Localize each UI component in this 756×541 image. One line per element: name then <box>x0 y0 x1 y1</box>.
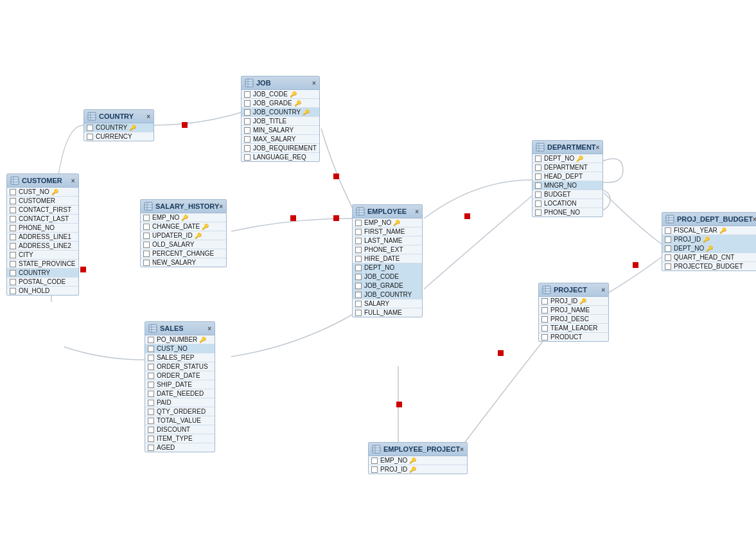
field-checkbox-customer-10[interactable] <box>10 279 16 285</box>
field-checkbox-project-3[interactable] <box>541 325 548 332</box>
table-close-customer[interactable]: × <box>71 177 75 184</box>
table-proj_dept_budget[interactable]: PROJ_DEPT_BUDGET×FISCAL_YEAR🔑PROJ_ID🔑DEP… <box>662 212 756 271</box>
field-checkbox-salary_history-5[interactable] <box>143 260 150 266</box>
field-checkbox-customer-11[interactable] <box>10 288 16 294</box>
field-checkbox-sales-0[interactable] <box>148 337 154 343</box>
table-close-project[interactable]: × <box>601 287 605 294</box>
field-checkbox-employee-9[interactable] <box>355 301 362 307</box>
field-row-employee-0: EMP_NO🔑 <box>353 218 422 227</box>
field-checkbox-department-3[interactable] <box>535 182 541 189</box>
field-checkbox-proj_dept_budget-1[interactable] <box>665 236 671 243</box>
table-close-salary_history[interactable]: × <box>219 203 223 210</box>
svg-rect-5 <box>464 213 470 219</box>
field-checkbox-customer-4[interactable] <box>10 225 16 231</box>
field-checkbox-sales-1[interactable] <box>148 346 154 352</box>
table-department[interactable]: DEPARTMENT×DEPT_NO🔑DEPARTMENTHEAD_DEPTMN… <box>532 140 603 217</box>
field-name-employee_project-0: EMP_NO <box>380 457 407 464</box>
field-checkbox-proj_dept_budget-3[interactable] <box>665 254 671 261</box>
table-close-employee_project[interactable]: × <box>460 446 464 453</box>
field-checkbox-job-6[interactable] <box>244 145 251 152</box>
field-checkbox-proj_dept_budget-0[interactable] <box>665 227 671 234</box>
field-checkbox-job-5[interactable] <box>244 136 251 143</box>
field-checkbox-sales-8[interactable] <box>148 409 154 415</box>
table-employee[interactable]: EMPLOYEE×EMP_NO🔑FIRST_NAMELAST_NAMEPHONE… <box>352 204 423 317</box>
table-close-job[interactable]: × <box>312 80 316 87</box>
field-checkbox-sales-11[interactable] <box>148 436 154 442</box>
field-checkbox-employee-6[interactable] <box>355 274 362 280</box>
table-close-proj_dept_budget[interactable]: × <box>753 216 756 223</box>
field-checkbox-customer-1[interactable] <box>10 198 16 204</box>
field-checkbox-sales-5[interactable] <box>148 382 154 388</box>
table-close-country[interactable]: × <box>146 113 150 120</box>
table-header-department: DEPARTMENT× <box>532 141 602 154</box>
field-checkbox-department-4[interactable] <box>535 191 541 198</box>
field-checkbox-employee_project-0[interactable] <box>371 457 378 464</box>
field-checkbox-customer-7[interactable] <box>10 252 16 258</box>
field-checkbox-department-6[interactable] <box>535 209 541 216</box>
field-checkbox-employee-3[interactable] <box>355 247 362 253</box>
field-checkbox-employee-1[interactable] <box>355 229 362 235</box>
table-sales[interactable]: SALES×PO_NUMBER🔑CUST_NOSALES_REPORDER_ST… <box>145 321 215 452</box>
field-row-proj_dept_budget-2: DEPT_NO🔑 <box>662 244 756 253</box>
field-checkbox-country-0[interactable] <box>87 125 93 131</box>
field-checkbox-customer-2[interactable] <box>10 207 16 213</box>
field-checkbox-department-1[interactable] <box>535 164 541 171</box>
field-checkbox-proj_dept_budget-2[interactable] <box>665 245 671 252</box>
field-checkbox-employee-4[interactable] <box>355 256 362 262</box>
field-checkbox-customer-6[interactable] <box>10 243 16 249</box>
field-checkbox-proj_dept_budget-4[interactable] <box>665 263 671 270</box>
field-checkbox-customer-9[interactable] <box>10 270 16 276</box>
field-checkbox-job-1[interactable] <box>244 100 251 107</box>
table-project[interactable]: PROJECT×PROJ_ID🔑PROJ_NAMEPROJ_DESCTEAM_L… <box>538 283 609 342</box>
field-checkbox-employee-10[interactable] <box>355 310 362 316</box>
field-checkbox-sales-2[interactable] <box>148 355 154 361</box>
field-checkbox-project-0[interactable] <box>541 298 548 305</box>
field-checkbox-employee-5[interactable] <box>355 265 362 271</box>
field-checkbox-country-1[interactable] <box>87 134 93 140</box>
field-row-department-6: PHONE_NO <box>532 208 602 217</box>
field-checkbox-sales-9[interactable] <box>148 418 154 424</box>
field-checkbox-department-2[interactable] <box>535 173 541 180</box>
field-checkbox-customer-8[interactable] <box>10 261 16 267</box>
field-checkbox-department-0[interactable] <box>535 155 541 162</box>
field-checkbox-employee-2[interactable] <box>355 238 362 244</box>
field-checkbox-job-0[interactable] <box>244 91 251 98</box>
table-job[interactable]: JOB×JOB_CODE🔑JOB_GRADE🔑JOB_COUNTRY🔑JOB_T… <box>241 76 320 162</box>
field-checkbox-sales-12[interactable] <box>148 445 154 451</box>
field-checkbox-salary_history-2[interactable] <box>143 233 150 239</box>
table-employee_project[interactable]: EMPLOYEE_PROJECT×EMP_NO🔑PROJ_ID🔑 <box>368 442 468 474</box>
field-checkbox-salary_history-4[interactable] <box>143 251 150 257</box>
table-close-employee[interactable]: × <box>415 208 419 215</box>
field-checkbox-salary_history-3[interactable] <box>143 242 150 248</box>
field-checkbox-employee_project-1[interactable] <box>371 466 378 473</box>
field-checkbox-job-4[interactable] <box>244 127 251 134</box>
field-checkbox-customer-5[interactable] <box>10 234 16 240</box>
table-close-sales[interactable]: × <box>207 325 211 332</box>
field-checkbox-employee-7[interactable] <box>355 283 362 289</box>
field-checkbox-sales-10[interactable] <box>148 427 154 433</box>
field-checkbox-job-3[interactable] <box>244 118 251 125</box>
field-checkbox-project-1[interactable] <box>541 307 548 314</box>
field-checkbox-salary_history-0[interactable] <box>143 215 150 221</box>
table-country[interactable]: COUNTRY×COUNTRY🔑CURRENCY <box>84 109 154 141</box>
field-checkbox-salary_history-1[interactable] <box>143 224 150 230</box>
field-name-sales-0: PO_NUMBER <box>157 336 197 343</box>
field-checkbox-project-4[interactable] <box>541 334 548 341</box>
field-checkbox-job-2[interactable] <box>244 109 251 116</box>
field-checkbox-department-5[interactable] <box>535 200 541 207</box>
field-checkbox-sales-3[interactable] <box>148 364 154 370</box>
field-checkbox-customer-0[interactable] <box>10 189 16 195</box>
svg-rect-29 <box>149 324 157 332</box>
table-customer[interactable]: CUSTOMER×CUST_NO🔑CUSTOMERCONTACT_FIRSTCO… <box>6 173 79 296</box>
field-checkbox-sales-7[interactable] <box>148 400 154 406</box>
table-close-department[interactable]: × <box>596 144 600 151</box>
field-checkbox-employee-0[interactable] <box>355 220 362 226</box>
table-salary_history[interactable]: SALARY_HISTORY×EMP_NO🔑CHANGE_DATE🔑UPDATE… <box>140 199 227 267</box>
field-checkbox-sales-4[interactable] <box>148 373 154 379</box>
field-checkbox-job-7[interactable] <box>244 154 251 161</box>
field-row-country-1: CURRENCY <box>84 132 154 141</box>
field-checkbox-sales-6[interactable] <box>148 391 154 397</box>
field-checkbox-project-2[interactable] <box>541 316 548 323</box>
field-checkbox-customer-3[interactable] <box>10 216 16 222</box>
field-checkbox-employee-8[interactable] <box>355 292 362 298</box>
